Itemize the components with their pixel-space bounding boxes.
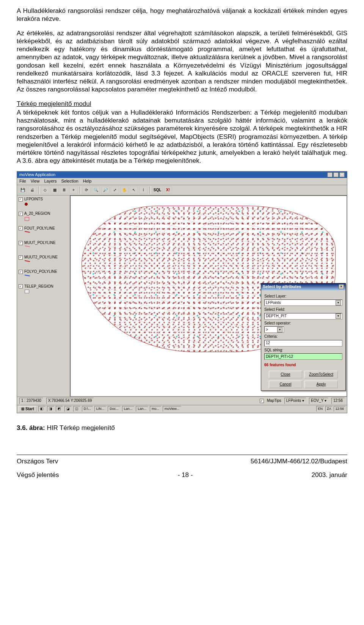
status-time: 12:56 [331, 398, 345, 404]
line-symbol-icon [25, 275, 31, 279]
layer-muut-polyline[interactable]: ✓MUUT_POLYLINE [19, 241, 68, 251]
tray-clock: 12:56 [334, 406, 345, 412]
taskbar-item[interactable]: LIN... [94, 406, 107, 412]
start-button[interactable]: ⊞ Start [19, 406, 37, 412]
checkbox-icon[interactable]: ✓ [19, 212, 23, 216]
checkbox-icon[interactable]: ✓ [19, 226, 23, 230]
polygon-symbol-icon [25, 290, 31, 293]
checkbox-icon[interactable]: ✓ [19, 284, 23, 288]
app-window: moView Application _ □ × File View Layer… [17, 171, 347, 414]
tray-indicator[interactable]: ZA [325, 406, 333, 412]
dialog-title: Select by attributes [263, 284, 301, 290]
layer-label: TELEP_REGION [24, 284, 53, 289]
select-layer-dropdown[interactable]: LFPoints ▾ [264, 299, 342, 306]
zoom-out-icon[interactable]: 🔎 [101, 186, 110, 194]
taskbar-item[interactable]: Lan... [122, 406, 135, 412]
windows-logo-icon: ⊞ [21, 407, 24, 412]
chevron-down-icon[interactable]: ▾ [277, 327, 282, 332]
section-heading: Térkép megjelenítő modul [17, 100, 347, 108]
map-canvas[interactable]: Select by attributes × Select Layer: LFP… [70, 195, 347, 397]
menubar: File View Layers Selection Help [17, 178, 347, 185]
toolbar: 💾 🖨 ◇ ▦ ≣ + ⟳ 🔍 🔎 ⤢ ✋ ↖ i SQL X! [17, 185, 347, 195]
paragraph-2: Az értékelés, az adatrangsorolási rendsz… [17, 29, 347, 94]
operator-value: > [266, 327, 268, 332]
footer-left-1: Országos Terv [17, 457, 58, 465]
layer-fout-polyline[interactable]: ✓FOUT_POLYLINE [19, 226, 68, 237]
figure-caption: 3.6. ábra: HIR Térkép megjelenítő [17, 424, 347, 432]
clear-selection-icon[interactable]: X! [164, 186, 172, 194]
close-button[interactable]: × [339, 172, 345, 177]
info-icon[interactable]: i [139, 186, 147, 194]
layer-lfpoints[interactable]: ✓LFPOINTS [19, 197, 68, 208]
checkbox-icon[interactable]: ✓ [19, 241, 23, 245]
layer-label: FOUT_POLYLINE [24, 226, 55, 231]
minimize-button[interactable]: _ [327, 172, 333, 177]
operator-dropdown[interactable]: > ▾ [264, 326, 284, 333]
maximize-button[interactable]: □ [333, 172, 339, 177]
menu-help[interactable]: Help [83, 179, 92, 184]
maptips-layer-dropdown[interactable]: LFPoints ▾ [284, 398, 306, 404]
menu-layers[interactable]: Layers [44, 179, 56, 184]
zoom-in-icon[interactable]: 🔍 [92, 186, 100, 194]
features-found-label: 66 features found [264, 363, 342, 368]
select-field-dropdown[interactable]: DEPTH_PIT ▾ [264, 313, 342, 320]
footer-right-2: 2003. január [311, 471, 347, 479]
close-button[interactable]: Close [269, 371, 302, 378]
criteria-label: Criteria: [264, 334, 342, 339]
taskbar-item[interactable]: D:\... [82, 406, 93, 412]
zoom-to-select-button[interactable]: ZoomToSelect [304, 371, 338, 378]
select-field-value: DEPTH_PIT [266, 314, 287, 319]
print-icon[interactable]: 🖨 [28, 186, 36, 194]
maptips-label: MapTips [267, 398, 281, 403]
dialog-close-button[interactable]: × [339, 284, 344, 289]
taskbar-item[interactable]: moView... [163, 406, 181, 412]
sql-label: SQL string: [264, 348, 342, 353]
save-icon[interactable]: 💾 [19, 186, 27, 194]
quicklaunch-icon[interactable]: ◨ [47, 406, 54, 412]
footer-left-2: Végső jelentés [17, 471, 59, 479]
sql-value: DEPTH_PIT>12 [266, 354, 293, 359]
select-by-attributes-dialog: Select by attributes × Select Layer: LFP… [261, 283, 346, 391]
maptips-field-dropdown[interactable]: EOV_Y ▾ [309, 398, 328, 404]
taskbar: ⊞ Start ◧ ◨ ◩ ◪ ◫ D:\... LIN... Doc... L… [17, 405, 347, 413]
layers-icon[interactable]: ≣ [60, 186, 68, 194]
checkbox-icon[interactable]: ✓ [19, 197, 23, 202]
layer-muut2-polyline[interactable]: ✓MUUT2_POLYLINE [19, 255, 68, 266]
taskbar-item[interactable]: Doc... [108, 406, 121, 412]
quicklaunch-icon[interactable]: ◫ [73, 406, 80, 412]
point-symbol-icon [25, 203, 31, 206]
layer-a20region[interactable]: ✓A_20_REGION [19, 211, 68, 222]
checkbox-icon[interactable]: ✓ [19, 270, 23, 274]
maptips-checkbox[interactable]: ✓ [260, 399, 264, 403]
layer-label: MUUT2_POLYLINE [24, 255, 58, 260]
add-icon[interactable]: + [69, 186, 78, 194]
chevron-down-icon[interactable]: ▾ [336, 300, 341, 305]
zoom-extent-icon[interactable]: ⤢ [111, 186, 119, 194]
apply-button[interactable]: Apply [304, 381, 338, 388]
menu-view[interactable]: View [31, 179, 40, 184]
chevron-down-icon[interactable]: ▾ [336, 313, 341, 319]
taskbar-item[interactable]: mo... [150, 406, 161, 412]
layer-telep-region[interactable]: ✓TELEP_REGION [19, 284, 68, 295]
layer-folyo-polyline[interactable]: ✓FOLYO_POLYLINE [19, 269, 68, 280]
pointer-icon[interactable]: ↖ [130, 186, 138, 194]
checkbox-icon[interactable]: ✓ [19, 255, 23, 260]
sql-icon[interactable]: SQL [152, 186, 163, 194]
figure-caption-text: HIR Térkép megjelenítő [45, 424, 115, 431]
pan-icon[interactable]: ✋ [120, 186, 129, 194]
cancel-button[interactable]: Cancel [269, 381, 302, 388]
paragraph-3: A térképeknek két fontos céljuk van a Hu… [17, 109, 347, 165]
quicklaunch-icon[interactable]: ◩ [56, 406, 63, 412]
taskbar-item[interactable]: Lan... [136, 406, 148, 412]
select-icon[interactable]: ▦ [50, 186, 59, 194]
quicklaunch-icon[interactable]: ◪ [64, 406, 72, 412]
menu-file[interactable]: File [19, 179, 26, 184]
identify-icon[interactable]: ◇ [41, 186, 49, 194]
layer-panel: ✓LFPOINTS ✓A_20_REGION ✓FOUT_POLYLINE ✓M… [17, 195, 70, 397]
refresh-icon[interactable]: ⟳ [82, 186, 91, 194]
scale-display: 1 : 2379430 [19, 398, 43, 404]
quicklaunch-icon[interactable]: ◧ [38, 406, 46, 412]
menu-selection[interactable]: Selection [61, 179, 78, 184]
criteria-input[interactable]: 12 [264, 340, 342, 346]
tray-language-indicator[interactable]: EN [316, 406, 324, 412]
